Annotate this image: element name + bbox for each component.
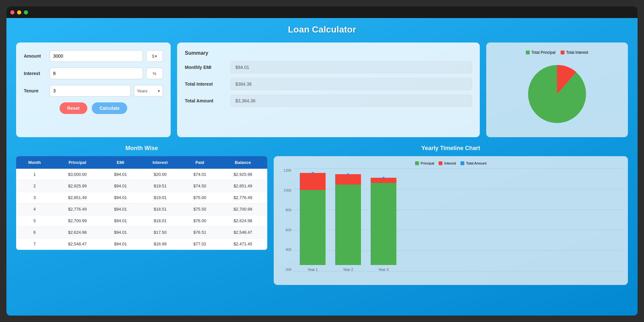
cell-6-2: $94.01 xyxy=(102,238,139,250)
cell-5-0: 6 xyxy=(16,227,53,238)
bar-chart-title: Yearly Timeline Chart xyxy=(274,145,628,152)
col-paid: Paid xyxy=(181,156,218,169)
currency-symbol: $ xyxy=(152,54,154,59)
title-bar xyxy=(6,6,638,18)
cell-4-2: $94.01 xyxy=(102,215,139,227)
interest-label: Interest xyxy=(24,71,46,76)
interest-color xyxy=(561,51,564,54)
reset-button[interactable]: Reset xyxy=(60,102,87,114)
summary-title: Summary xyxy=(185,50,472,56)
summary-card: Summary Monthly EMI $94.01 Total Interes… xyxy=(177,43,480,137)
table-row: 1$3,000.00$94.01$20.00$74.01$2,925.99 xyxy=(16,169,267,180)
bar-label-year1: Year 1 xyxy=(308,268,317,271)
table-section: Month Wise Month Principal EMI Interest … xyxy=(16,145,267,285)
cell-0-0: 1 xyxy=(16,169,53,180)
cell-1-3: $19.51 xyxy=(139,180,181,192)
bar-stacked-year3 xyxy=(371,178,396,265)
cell-0-5: $2,925.99 xyxy=(219,169,267,180)
cell-3-0: 4 xyxy=(16,204,53,215)
total-dot-year3 xyxy=(383,177,384,179)
cell-0-1: $3,000.00 xyxy=(53,169,102,180)
calculate-button[interactable]: Calculate xyxy=(92,102,127,114)
cell-3-2: $94.01 xyxy=(102,204,139,215)
cell-6-4: $77.02 xyxy=(181,238,218,250)
amount-input[interactable] xyxy=(50,50,143,62)
cell-6-0: 7 xyxy=(16,238,53,250)
principal-bar-year2 xyxy=(335,185,361,265)
cell-4-3: $18.01 xyxy=(139,215,181,227)
y-label-600: 600 xyxy=(286,228,291,232)
tenure-unit-selector[interactable]: Years ▾ xyxy=(134,85,163,97)
y-label-800: 800 xyxy=(286,208,291,212)
y-label-1200: 1200 xyxy=(284,168,291,172)
bar-label-year2: Year 2 xyxy=(343,268,353,271)
table-row: 4$2,776.49$94.01$18.51$75.50$2,700.99 xyxy=(16,204,267,215)
pie-legend-interest: Total Interest xyxy=(561,50,588,55)
cell-5-1: $2,624.98 xyxy=(53,227,102,238)
cell-5-3: $17.50 xyxy=(139,227,181,238)
col-interest: Interest xyxy=(139,156,181,169)
bar-group-year1: Year 1 xyxy=(300,173,326,271)
app-window: Loan Calculator Amount $ ▾ Interest % xyxy=(6,6,638,316)
maximize-button[interactable] xyxy=(24,10,28,14)
table-header-row: Month Principal EMI Interest Paid Balanc… xyxy=(16,156,267,169)
cell-2-0: 3 xyxy=(16,192,53,204)
close-button[interactable] xyxy=(10,10,14,14)
cell-3-3: $18.51 xyxy=(139,204,181,215)
bar-legend-total: Total Amount xyxy=(460,161,487,165)
percent-symbol: % xyxy=(153,71,156,76)
minimize-button[interactable] xyxy=(17,10,21,14)
cell-2-1: $2,851.49 xyxy=(53,192,102,204)
total-interest-row: Total Interest $384.36 xyxy=(185,78,472,90)
bar-principal-label: Principal xyxy=(421,161,434,165)
grid-line-1 xyxy=(293,168,623,169)
cell-0-3: $20.00 xyxy=(139,169,181,180)
bars-container: Year 1 Year 2 xyxy=(293,168,623,271)
cell-1-4: $74.50 xyxy=(181,180,218,192)
cell-4-5: $2,624.98 xyxy=(219,215,267,227)
cell-2-4: $75.00 xyxy=(181,192,218,204)
cell-5-5: $2,548.47 xyxy=(219,227,267,238)
col-principal: Principal xyxy=(53,156,102,169)
cell-6-5: $2,471.45 xyxy=(219,238,267,250)
total-dot-year2 xyxy=(347,173,349,175)
tenure-input[interactable] xyxy=(50,85,131,97)
currency-selector[interactable]: $ ▾ xyxy=(146,50,163,62)
interest-input[interactable] xyxy=(50,68,143,79)
monthly-emi-row: Monthly EMI $94.01 xyxy=(185,61,472,73)
monthly-emi-value: $94.01 xyxy=(231,61,472,73)
interest-bar-year1 xyxy=(300,173,326,190)
cell-1-1: $2,925.99 xyxy=(53,180,102,192)
button-row: Reset Calculate xyxy=(24,102,163,114)
total-amount-value: $3,384.36 xyxy=(231,95,472,107)
month-wise-table-wrapper[interactable]: Month Principal EMI Interest Paid Balanc… xyxy=(16,156,267,250)
top-row: Amount $ ▾ Interest % Tenure xyxy=(16,43,628,137)
table-body: 1$3,000.00$94.01$20.00$74.01$2,925.992$2… xyxy=(16,169,267,250)
month-wise-table: Month Principal EMI Interest Paid Balanc… xyxy=(16,156,267,250)
table-row: 3$2,851.49$94.01$19.01$75.00$2,776.49 xyxy=(16,192,267,204)
cell-2-2: $94.01 xyxy=(102,192,139,204)
bar-interest-dot xyxy=(439,161,442,165)
interest-suffix: % xyxy=(146,68,163,79)
pie-chart-card: Total Principal Total Interest xyxy=(486,43,628,137)
cell-5-2: $94.01 xyxy=(102,227,139,238)
app-title: Loan Calculator xyxy=(16,24,628,35)
cell-2-5: $2,776.49 xyxy=(219,192,267,204)
bottom-row: Month Wise Month Principal EMI Interest … xyxy=(16,145,628,285)
bar-total-dot xyxy=(460,161,464,165)
bar-chart-section: Yearly Timeline Chart Principal Interest xyxy=(274,145,628,285)
y-label-1000: 1000 xyxy=(284,188,291,192)
main-content: Loan Calculator Amount $ ▾ Interest % xyxy=(6,18,638,291)
input-card: Amount $ ▾ Interest % Tenure xyxy=(16,43,171,137)
interest-row: Interest % xyxy=(24,68,163,79)
bar-group-year2: Year 2 xyxy=(335,174,361,271)
pie-legend-principal: Total Principal xyxy=(526,50,555,55)
bar-interest-label: Interest xyxy=(444,161,456,165)
y-label-400: 400 xyxy=(286,248,291,251)
bar-chart-area: 1200 1000 800 600 400 200 xyxy=(279,168,623,271)
amount-row: Amount $ ▾ xyxy=(24,50,163,62)
bar-total-label: Total Amount xyxy=(466,161,487,165)
total-amount-row: Total Amount $3,384.36 xyxy=(185,95,472,107)
cell-5-4: $76.51 xyxy=(181,227,218,238)
cell-3-1: $2,776.49 xyxy=(53,204,102,215)
